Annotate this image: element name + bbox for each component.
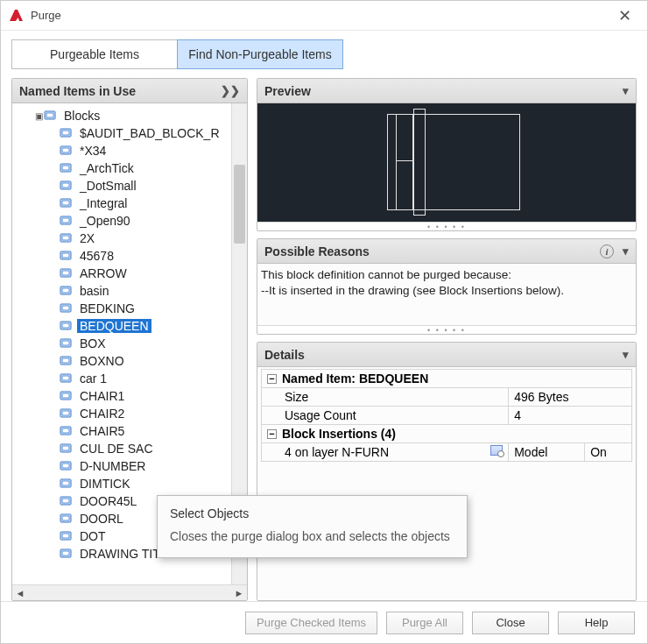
svg-rect-45 (62, 499, 69, 503)
close-button[interactable]: Close (472, 612, 549, 634)
block-icon (60, 145, 74, 157)
svg-rect-19 (62, 271, 69, 275)
purge-dialog: Purge ✕ Purgeable Items Find Non-Purgeab… (0, 0, 648, 644)
preview-header[interactable]: Preview ▾ (257, 79, 636, 103)
svg-rect-31 (62, 376, 69, 380)
tree-item[interactable]: basin (18, 282, 231, 300)
details-usage-label: Usage Count (262, 407, 509, 425)
tree-item[interactable]: 2X (18, 230, 231, 247)
chevron-down-icon: ▾ (623, 348, 629, 361)
tab-find-non-purgeable[interactable]: Find Non-Purgeable Items (177, 39, 343, 69)
block-icon (60, 232, 74, 244)
svg-rect-33 (62, 393, 69, 398)
block-icon (60, 390, 74, 402)
tooltip: Select Objects Closes the purge dialog b… (157, 495, 468, 558)
tree-item[interactable]: CHAIR1 (18, 387, 231, 405)
close-icon[interactable]: ✕ (609, 6, 640, 25)
chevron-down-icon: ❯❯ (221, 84, 240, 97)
collapse-icon[interactable]: − (267, 374, 277, 384)
tree-item[interactable]: ARROW (18, 265, 231, 282)
details-header-label: Details (264, 348, 305, 362)
panel-resize-grip[interactable]: • • • • • (257, 222, 636, 230)
tree-item[interactable]: _DotSmall (18, 177, 231, 195)
details-table: −Named Item: BEDQUEEN Size496 Bytes Usag… (261, 369, 632, 462)
collapse-icon[interactable]: ▣ (33, 111, 44, 121)
tab-row: Purgeable Items Find Non-Purgeable Items (11, 39, 637, 69)
tree-item[interactable]: _Integral (18, 195, 231, 212)
tree-item[interactable]: BOXNO (18, 352, 231, 370)
svg-rect-29 (62, 358, 69, 363)
tree-item[interactable]: _Open90 (18, 212, 231, 230)
tree-item-label: DIMTICK (77, 477, 133, 491)
app-logo-icon (8, 8, 24, 24)
block-icon (60, 513, 74, 525)
block-icon (60, 285, 74, 297)
block-icon (60, 267, 74, 280)
purge-all-button[interactable]: Purge All (386, 612, 463, 634)
tree-item[interactable]: BEDQUEEN (18, 317, 231, 335)
svg-rect-21 (62, 288, 69, 293)
svg-rect-25 (62, 323, 69, 328)
scrollbar-thumb[interactable] (234, 165, 245, 244)
svg-rect-41 (62, 464, 69, 468)
window-title: Purge (31, 9, 609, 22)
tree-horizontal-scrollbar[interactable]: ◄ ► (12, 584, 247, 600)
panel-resize-grip[interactable]: • • • • • (257, 325, 636, 334)
svg-rect-27 (62, 341, 69, 345)
tree-item[interactable]: DIMTICK (18, 475, 231, 492)
svg-rect-23 (62, 306, 69, 310)
block-icon (60, 355, 74, 367)
tree-item-label: DOORL (77, 512, 126, 526)
tree-item[interactable]: $AUDIT_BAD_BLOCK_R (18, 124, 231, 142)
details-named-item: Named Item: BEDQUEEN (282, 372, 428, 386)
details-header[interactable]: Details ▾ (257, 343, 636, 367)
tree-item[interactable]: BEDKING (18, 300, 231, 317)
tree-item[interactable]: BOX (18, 335, 231, 352)
tree-item-label: _DotSmall (77, 179, 139, 193)
block-icon (60, 425, 74, 437)
chevron-down-icon: ▾ (623, 84, 629, 97)
select-objects-icon[interactable] (490, 445, 503, 456)
svg-rect-7 (62, 166, 69, 170)
help-button[interactable]: Help (558, 612, 635, 634)
tree-item[interactable]: *X34 (18, 142, 231, 159)
details-usage-value: 4 (509, 407, 632, 425)
details-panel: Details ▾ −Named Item: BEDQUEEN Size496 … (257, 342, 637, 601)
scroll-left-arrow-icon[interactable]: ◄ (12, 588, 28, 598)
named-items-header[interactable]: Named Items in Use ❯❯ (12, 79, 247, 103)
block-icon (60, 180, 74, 192)
tree-item-label: BEDQUEEN (77, 319, 151, 333)
info-icon[interactable]: i (600, 244, 614, 258)
block-icon (60, 162, 74, 174)
block-icon (60, 372, 74, 385)
tree-root-blocks[interactable]: ▣Blocks (18, 107, 231, 124)
tree-item[interactable]: CHAIR5 (18, 422, 231, 440)
possible-reasons-header[interactable]: Possible Reasons i ▾ (257, 239, 636, 264)
block-icon (60, 548, 74, 560)
possible-reasons-panel: Possible Reasons i ▾ This block definiti… (257, 238, 637, 335)
svg-rect-49 (62, 534, 69, 538)
details-row-layer: 4 on layer N-FURN (285, 445, 389, 459)
purge-checked-button[interactable]: Purge Checked Items (245, 612, 377, 634)
tree-item-label: _Open90 (77, 214, 133, 228)
tree-item-label: *X34 (77, 144, 109, 158)
block-icon (60, 197, 74, 209)
tree-item-label: basin (77, 284, 111, 298)
tree-item[interactable]: CUL DE SAC (18, 440, 231, 457)
tree-item-label: D-NUMBER (77, 459, 148, 473)
tab-purgeable-items[interactable]: Purgeable Items (11, 39, 178, 69)
tree-item[interactable]: car 1 (18, 370, 231, 387)
svg-rect-3 (62, 131, 69, 135)
tree-item[interactable]: CHAIR2 (18, 405, 231, 422)
tree-item[interactable]: _ArchTick (18, 159, 231, 177)
collapse-icon[interactable]: − (267, 429, 277, 439)
chevron-down-icon: ▾ (623, 244, 629, 258)
preview-canvas (257, 103, 636, 222)
tree-item[interactable]: D-NUMBER (18, 457, 231, 475)
block-icon (60, 320, 74, 332)
scroll-right-arrow-icon[interactable]: ► (231, 588, 247, 598)
tree-item[interactable]: 45678 (18, 247, 231, 265)
svg-rect-13 (62, 218, 69, 223)
block-icon (60, 302, 74, 315)
tree-item-label: 2X (77, 231, 97, 245)
